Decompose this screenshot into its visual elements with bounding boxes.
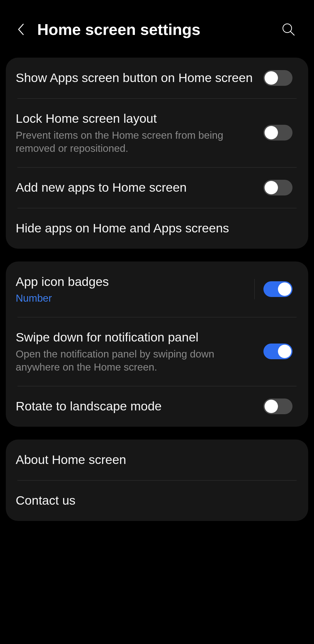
settings-section-1: Show Apps screen button on Home screen L… [6,58,308,249]
svg-line-1 [290,31,294,35]
settings-section-3: About Home screen Contact us [6,440,308,521]
header: Home screen settings [0,0,314,53]
toggle-add-new-apps[interactable] [263,180,292,195]
toggle-knob [278,345,291,358]
toggle-knob [265,71,278,85]
row-sub: Prevent items on the Home screen from be… [16,129,255,155]
page-title: Home screen settings [37,20,280,38]
toggle-lock-layout[interactable] [263,125,292,140]
row-text: Contact us [16,492,292,509]
row-show-apps-button[interactable]: Show Apps screen button on Home screen [6,58,308,98]
toggle-show-apps-button[interactable] [263,70,292,86]
row-text: Swipe down for notification panel Open t… [16,329,263,374]
row-hide-apps[interactable]: Hide apps on Home and Apps screens [6,208,308,249]
row-text: Rotate to landscape mode [16,398,263,414]
row-label: Hide apps on Home and Apps screens [16,220,284,236]
row-about-home-screen[interactable]: About Home screen [6,440,308,480]
row-label: Swipe down for notification panel [16,329,255,346]
row-lock-layout[interactable]: Lock Home screen layout Prevent items on… [6,98,308,167]
row-add-new-apps[interactable]: Add new apps to Home screen [6,167,308,208]
row-label: About Home screen [16,452,284,468]
row-text: Lock Home screen layout Prevent items on… [16,111,263,155]
row-text: Hide apps on Home and Apps screens [16,220,292,236]
toggle-swipe-down[interactable] [263,344,292,359]
row-label: Contact us [16,492,284,509]
row-rotate-landscape[interactable]: Rotate to landscape mode [6,386,308,427]
toggle-knob [278,282,291,296]
row-sub: Open the notification panel by swiping d… [16,347,255,374]
vertical-divider [254,279,255,299]
row-sub-value: Number [16,291,246,305]
toggle-app-icon-badges[interactable] [263,281,292,297]
row-text: Add new apps to Home screen [16,179,263,196]
row-app-icon-badges[interactable]: App icon badges Number [6,261,308,317]
row-swipe-down-notification[interactable]: Swipe down for notification panel Open t… [6,317,308,386]
settings-section-2: App icon badges Number Swipe down for no… [6,261,308,427]
row-label: Rotate to landscape mode [16,398,255,414]
row-contact-us[interactable]: Contact us [6,480,308,521]
toggle-knob [265,126,278,139]
row-label: Lock Home screen layout [16,111,255,127]
row-label: Add new apps to Home screen [16,179,255,196]
row-label: Show Apps screen button on Home screen [16,70,255,86]
row-label: App icon badges [16,274,246,290]
toggle-rotate-landscape[interactable] [263,399,292,414]
search-icon [281,22,295,36]
search-button[interactable] [280,21,297,38]
toggle-knob [265,181,278,194]
row-text: Show Apps screen button on Home screen [16,70,263,86]
row-text: App icon badges Number [16,274,254,305]
chevron-left-icon [16,22,26,36]
back-button[interactable] [14,22,28,36]
row-text: About Home screen [16,452,292,468]
toggle-knob [265,400,278,413]
